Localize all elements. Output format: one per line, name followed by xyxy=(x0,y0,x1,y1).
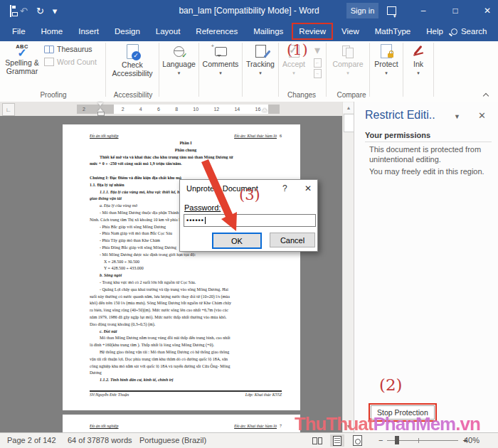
indent-markers[interactable] xyxy=(97,102,105,115)
comments-button[interactable]: Comments ▾ xyxy=(199,41,242,75)
protection-description: This document is protected from unintent… xyxy=(369,145,483,165)
pane-dropdown-button[interactable]: ▼ xyxy=(454,113,460,120)
document-canvas[interactable]: Đồ án tốt nghiệp Đồ án: Khai thác hầm lò… xyxy=(0,116,342,432)
sign-in-button[interactable]: Sign in xyxy=(346,3,378,18)
language-status[interactable]: Portuguese (Brazil) xyxy=(139,436,206,444)
tracking-button[interactable]: Tracking ▾ xyxy=(243,41,278,75)
compare-icon xyxy=(342,46,354,57)
cancel-button[interactable]: Cancel xyxy=(270,233,315,247)
ruler-number: 2 xyxy=(122,107,124,112)
collapse-ribbon-button[interactable] xyxy=(483,92,489,98)
zoom-level[interactable]: 40% xyxy=(464,436,480,444)
horizontal-ruler[interactable]: 2 246810121416 xyxy=(77,105,280,114)
tab-stop-selector[interactable]: ∟ xyxy=(2,103,15,116)
language-button[interactable]: Language ▾ xyxy=(159,41,198,75)
hanging-indent-marker[interactable] xyxy=(97,108,103,112)
chevron-down-icon: ▾ xyxy=(346,70,349,76)
ink-pen-icon xyxy=(413,45,424,58)
page-count-status[interactable]: Page 2 of 142 xyxy=(7,436,56,444)
ribbon-tab[interactable]: Help xyxy=(419,23,450,40)
read-mode-button[interactable] xyxy=(310,434,324,447)
zoom-out-button[interactable]: − xyxy=(378,436,383,444)
scrollbar-thumb[interactable] xyxy=(344,114,354,132)
search-icon xyxy=(451,28,457,35)
close-button[interactable]: ✕ xyxy=(477,0,498,21)
ribbon-group-labels: Proofing Accessibility Changes Compare xyxy=(0,91,498,101)
document-line: b. Sông ngòi xyxy=(90,272,282,279)
ruler-number: 14 xyxy=(234,107,240,112)
document-line: Dao động trong khoảng (0,3÷0,5) (m). xyxy=(90,321,282,329)
document-line: Phần I xyxy=(90,140,282,147)
document-line: mức + 0 ÷ -250 với công suất mỏ 1,9 triệ… xyxy=(90,161,282,168)
document-line: Hệ thống giao thông vận tải : Mỏ than Mô… xyxy=(90,349,282,356)
print-layout-icon xyxy=(333,436,341,446)
annotation-step-2: (2) xyxy=(379,375,403,394)
ribbon-tab[interactable]: Mailings xyxy=(246,23,290,40)
reject-dropdown-icon[interactable]: ▾ xyxy=(314,43,320,57)
ribbon-tab[interactable]: References xyxy=(189,23,245,40)
pane-close-button[interactable]: ✕ xyxy=(478,110,486,121)
chevron-down-icon: ▾ xyxy=(259,70,262,76)
ink-button[interactable]: Ink ▾ xyxy=(403,41,433,75)
scroll-up-button[interactable]: ▲ xyxy=(343,102,354,113)
ruler-active-area: 246810121416 xyxy=(114,105,268,114)
maximize-button[interactable]: □ xyxy=(445,0,466,21)
group-label-proofing: Proofing xyxy=(40,91,66,99)
word-count-status[interactable]: 64 of 37878 words xyxy=(68,436,132,444)
check-accessibility-icon: ✓ xyxy=(127,44,139,59)
compare-button[interactable]: Compare ▾ xyxy=(327,41,369,75)
minimize-button[interactable]: – xyxy=(413,0,434,21)
word-count-button[interactable]: Word Count xyxy=(44,56,97,68)
pane-title: Restrict Editi.. xyxy=(365,109,435,122)
document-line xyxy=(90,168,282,175)
zoom-slider-thumb[interactable] xyxy=(395,436,399,444)
document-line: khô) đến trên 150 l/s (mùa mưa). Sông Mô… xyxy=(90,300,282,307)
chevron-down-icon: ▾ xyxy=(385,70,388,76)
document-line: X = 28.500 ÷ 30.500 xyxy=(90,259,282,266)
title-bar: ↶ ↻ ▾ ban_lam [Compatibility Mode] - Wor… xyxy=(0,0,498,21)
first-line-indent-marker[interactable] xyxy=(97,102,103,106)
ribbon-tab[interactable]: Review xyxy=(292,23,333,40)
web-layout-button[interactable] xyxy=(350,434,364,447)
ok-button[interactable]: OK xyxy=(212,233,262,249)
document-line: Dương xyxy=(90,370,282,377)
document-line: năm 1979, 1986 đã gây ngập lụt mỏ). Mức … xyxy=(90,314,282,321)
document-line: Thiết kế mở vỉa và khai thác cho khu tru… xyxy=(90,154,282,161)
next-change-button[interactable]: → xyxy=(314,69,322,78)
dialog-help-button[interactable]: ? xyxy=(282,183,287,193)
document-workspace: ∟ 2 246810121416 Đồ án tốt nghiệp Đồ án:… xyxy=(0,102,342,432)
document-page[interactable]: Đồ án tốt nghiệp Đồ án: Khai thác hầm lò… xyxy=(63,124,300,410)
vertical-scrollbar[interactable]: ▲ ▼ xyxy=(342,102,354,432)
ruler-number: 10 xyxy=(193,107,198,112)
thesaurus-button[interactable]: Thesaurus xyxy=(44,43,92,55)
chevron-down-icon: ▾ xyxy=(417,70,420,76)
scroll-up-icon: ▲ xyxy=(346,105,351,110)
document-page-next[interactable]: Đồ án tốt nghiệp Đồ án: Khai thác hầm lò… xyxy=(63,415,300,432)
ribbon-tab[interactable]: Insert xyxy=(71,23,106,40)
check-accessibility-button[interactable]: ✓ CheckAccessibility xyxy=(106,41,159,78)
spelling-grammar-button[interactable]: ABC ✓ Spelling &Grammar xyxy=(0,41,44,75)
right-indent-marker[interactable] xyxy=(262,108,267,112)
document-line: Phần chung xyxy=(90,147,282,154)
search-button[interactable]: Search xyxy=(451,27,487,36)
ribbon-tab[interactable]: File xyxy=(5,23,33,40)
ribbon-display-options-button[interactable] xyxy=(381,0,402,21)
print-layout-button[interactable] xyxy=(330,434,344,447)
ribbon-tab[interactable]: Home xyxy=(34,23,70,40)
document-line: công nghiệp khu mỏ nằm sát với quốc lộ 1… xyxy=(90,363,282,370)
document-line: 1.1.2. Tình hình dân cư, kinh tế, chính … xyxy=(90,377,282,384)
zoom-slider[interactable] xyxy=(387,435,458,445)
search-label: Search xyxy=(461,27,487,36)
ribbon-tab[interactable]: Layout xyxy=(149,23,188,40)
ribbon-tab[interactable]: Design xyxy=(107,23,147,40)
dialog-close-button[interactable]: ✕ xyxy=(304,183,312,193)
protect-button[interactable]: Protect ▾ xyxy=(370,41,403,75)
document-line: - Trong khu vực mỏ có 2 suối lớn bắt ngu… xyxy=(90,279,282,287)
chevron-down-icon: ▾ xyxy=(178,70,181,76)
annotation-arrow xyxy=(196,154,245,235)
previous-change-button[interactable]: ← xyxy=(314,58,322,68)
ribbon-tab[interactable]: MathType xyxy=(368,23,418,40)
divider xyxy=(365,142,492,142)
ribbon-tab[interactable]: View xyxy=(334,23,366,40)
page-body: Phần IPhần chungThiết kế mở vỉa và khai … xyxy=(90,140,282,384)
